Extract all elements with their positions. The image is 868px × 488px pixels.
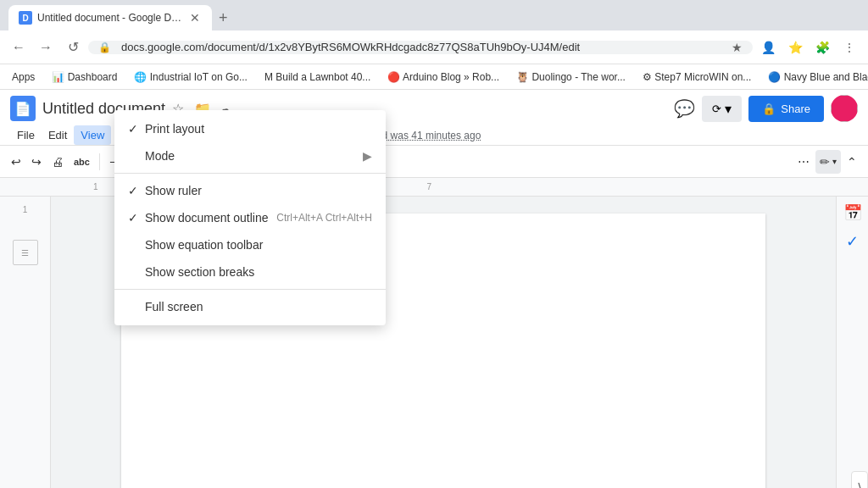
url-input[interactable] <box>121 41 726 53</box>
sidebar-left: 1 ☰ <box>0 197 51 488</box>
tab-bar: D Untitled document - Google Doc... ✕ + <box>0 0 868 30</box>
more-button[interactable]: ⋮ <box>837 36 861 59</box>
undo-button[interactable]: ↩ <box>7 150 25 174</box>
active-tab[interactable]: D Untitled document - Google Doc... ✕ <box>8 5 212 30</box>
tab-close-button[interactable]: ✕ <box>188 11 202 25</box>
collapse-toolbar-button[interactable]: ⌃ <box>843 150 861 174</box>
show-document-outline-item[interactable]: ✓ Show document outline Ctrl+Alt+A Ctrl+… <box>114 204 386 231</box>
bookmarks-bar: Apps 📊 Dashboard 🌐 Industrial IoT on Go.… <box>0 64 868 90</box>
mode-item[interactable]: Mode ▶ <box>114 142 386 169</box>
show-document-outline-shortcut: Ctrl+Alt+A Ctrl+Alt+H <box>276 212 372 224</box>
bookmark-button[interactable]: ⭐ <box>783 36 807 59</box>
lock-icon: 🔒 <box>762 103 776 115</box>
show-document-outline-check: ✓ <box>128 211 145 225</box>
full-screen-item[interactable]: Full screen <box>114 293 386 320</box>
spellcheck-button[interactable]: abc <box>70 150 94 174</box>
show-ruler-check: ✓ <box>128 184 145 197</box>
forward-button[interactable]: → <box>34 36 58 59</box>
menu-view[interactable]: View <box>74 125 111 145</box>
show-section-breaks-item[interactable]: Show section breaks <box>114 258 386 286</box>
menu-file[interactable]: File <box>10 125 42 145</box>
bookmark-arduino[interactable]: 🔴 Arduino Blog » Rob... <box>382 69 504 85</box>
address-bar[interactable]: 🔒 ★ <box>88 41 753 54</box>
show-section-breaks-label: Show section breaks <box>145 265 372 279</box>
full-screen-label: Full screen <box>145 300 372 313</box>
tab-title: Untitled document - Google Doc... <box>37 12 183 24</box>
new-tab-button[interactable]: + <box>212 6 235 30</box>
show-equation-toolbar-item[interactable]: Show equation toolbar <box>114 231 386 258</box>
dropdown-divider-2 <box>114 289 386 290</box>
mode-arrow-icon: ▶ <box>363 149 372 163</box>
user-avatar[interactable] <box>831 95 858 122</box>
collapse-sidebar-button[interactable]: ⟩ <box>851 471 868 488</box>
tasks-sidebar-button[interactable]: ✓ <box>846 232 859 251</box>
share-label: Share <box>781 103 810 115</box>
tab-favicon: D <box>19 11 32 25</box>
bookmark-duolingo[interactable]: 🦉 Duolingo - The wor... <box>511 69 631 85</box>
print-layout-item[interactable]: ✓ Print layout <box>114 115 386 142</box>
toolbar-divider-1 <box>99 153 100 170</box>
show-ruler-item[interactable]: ✓ Show ruler <box>114 177 386 204</box>
suggest-button[interactable]: ✏ ▾ <box>815 150 841 174</box>
comment-button[interactable]: 💬 <box>674 98 695 119</box>
nav-icons: 👤 ⭐ 🧩 ⋮ <box>756 36 861 59</box>
print-layout-label: Print layout <box>145 122 372 136</box>
print-layout-check: ✓ <box>128 122 145 136</box>
mode-label: Mode <box>145 149 363 163</box>
bookmark-step7[interactable]: ⚙ Step7 MicroWIN on... <box>637 69 756 85</box>
calendar-sidebar-button[interactable]: 📅 <box>843 203 862 222</box>
bookmark-navy[interactable]: 🔵 Navy Blue and Blac... <box>763 69 868 85</box>
redo-button[interactable]: ↪ <box>27 150 46 174</box>
extension-button[interactable]: 🧩 <box>810 36 834 59</box>
show-equation-toolbar-label: Show equation toolbar <box>145 238 372 252</box>
account-button[interactable]: 👤 <box>756 36 780 59</box>
back-button[interactable]: ← <box>7 36 31 59</box>
bookmark-industrial[interactable]: 🌐 Industrial IoT on Go... <box>129 69 253 85</box>
refresh-button[interactable]: ↺ <box>61 36 85 59</box>
nav-bar: ← → ↺ 🔒 ★ 👤 ⭐ 🧩 ⋮ <box>0 30 868 64</box>
docs-logo: 📄 <box>10 96 36 121</box>
sidebar-right: 📅 ✓ + ⟩ <box>836 197 868 488</box>
bookmark-apps[interactable]: Apps <box>7 69 40 85</box>
docs-header-right: 💬 ⟳ ▾ 🔒 Share <box>674 95 858 122</box>
page-number: 1 <box>23 205 28 214</box>
minimap-button[interactable]: ☰ <box>13 240 38 265</box>
view-dropdown-menu: ✓ Print layout Mode ▶ ✓ Show ruler ✓ Sho… <box>114 110 386 325</box>
share-button[interactable]: 🔒 Share <box>748 96 824 122</box>
more-toolbar-button[interactable]: ⋯ <box>793 150 814 174</box>
bookmark-lawnbot[interactable]: M Build a Lawnbot 40... <box>259 69 376 85</box>
menu-edit[interactable]: Edit <box>42 125 74 145</box>
print-button[interactable]: 🖨 <box>47 150 68 174</box>
dropdown-divider-1 <box>114 173 386 174</box>
bookmark-dashboard[interactable]: 📊 Dashboard <box>47 69 122 85</box>
show-ruler-label: Show ruler <box>145 184 372 197</box>
history-button[interactable]: ⟳ ▾ <box>702 96 742 122</box>
show-document-outline-label: Show document outline <box>145 211 276 225</box>
